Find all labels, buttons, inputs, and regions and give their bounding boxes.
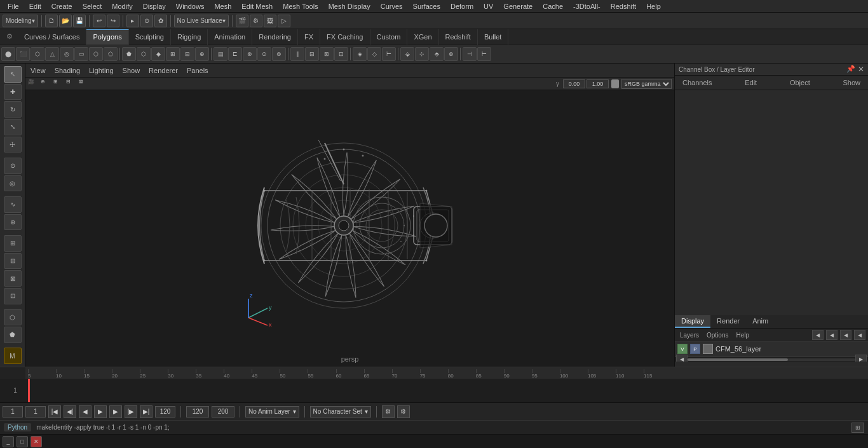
ch-menu-object[interactable]: Object — [786, 78, 814, 88]
cone-btn[interactable]: △ — [45, 47, 59, 61]
open-file-btn[interactable]: 📂 — [59, 15, 72, 27]
layer-color-swatch[interactable] — [703, 344, 713, 354]
snap-to-points-btn[interactable]: ◎ — [4, 175, 22, 192]
vp-menu-show[interactable]: Show — [120, 65, 143, 76]
isolate-select-btn[interactable]: ⬟ — [4, 327, 22, 343]
insert-edgeloop-btn[interactable]: ∥ — [290, 47, 304, 61]
menu-modify[interactable]: Modify — [107, 1, 137, 11]
sphere-btn[interactable]: ⬤ — [1, 47, 15, 61]
rp-scroll-track[interactable] — [688, 358, 855, 361]
cylinder-btn[interactable]: ⬡ — [31, 47, 44, 61]
window-minimize-btn[interactable]: _ — [3, 436, 14, 447]
frame-start-input[interactable] — [25, 406, 46, 417]
separate-btn[interactable]: ⊟ — [180, 47, 194, 61]
lo-options-btn[interactable]: Options — [704, 331, 731, 339]
save-file-btn[interactable]: 💾 — [73, 15, 86, 27]
layer-vis-p-btn[interactable]: P — [690, 344, 700, 354]
menu-meshtools[interactable]: Mesh Tools — [278, 1, 323, 11]
viewport-content[interactable]: y x z — [25, 90, 674, 367]
sculpt-btn[interactable]: ⊹ — [415, 47, 429, 61]
detach-btn[interactable]: ⊡ — [334, 47, 348, 61]
vp-cam-btn[interactable]: 🎥 — [28, 79, 39, 89]
tab-fxcaching[interactable]: FX Caching — [320, 29, 370, 44]
tab-custom[interactable]: Custom — [370, 29, 408, 44]
workspace-dropdown[interactable]: Modeling ▾ — [3, 15, 38, 27]
current-frame-input[interactable] — [3, 406, 23, 417]
menu-meshdisplay[interactable]: Mesh Display — [323, 1, 376, 11]
menu-create[interactable]: Create — [46, 1, 78, 11]
channel-box-pin-btn[interactable]: 📌 — [846, 65, 855, 74]
dra-tab-anim[interactable]: Anim — [746, 315, 775, 328]
tab-polygons[interactable]: Polygons — [86, 29, 128, 44]
python-expand-btn[interactable]: ⊞ — [851, 423, 864, 433]
ch-menu-channels[interactable]: Channels — [679, 78, 715, 88]
layer-clear-btn[interactable]: ◀ — [840, 330, 851, 340]
rotate-tool-btn[interactable]: ↻ — [4, 101, 22, 118]
platonic-btn[interactable]: ⬠ — [104, 47, 118, 61]
vp-menu-panels[interactable]: Panels — [184, 65, 211, 76]
ch-menu-show[interactable]: Show — [839, 78, 864, 88]
live-surface-dropdown[interactable]: No Live Surface ▾ — [174, 15, 229, 27]
maya-logo-btn[interactable]: M — [4, 348, 22, 364]
chamfer-btn[interactable]: ◇ — [367, 47, 381, 61]
goto-end-btn[interactable]: ▶| — [140, 405, 153, 418]
paint-btn[interactable]: ✿ — [154, 15, 167, 27]
timeline-ticks-area[interactable]: 5101520253035404550556065707580859095100… — [25, 367, 674, 379]
layer-vis-v-btn[interactable]: V — [677, 344, 688, 354]
timeline-playhead[interactable] — [28, 379, 30, 402]
connect-btn[interactable]: ⊠ — [320, 47, 334, 61]
dra-tab-render[interactable]: Render — [710, 315, 746, 328]
plane-btn[interactable]: ▭ — [74, 47, 88, 61]
menu-mesh[interactable]: Mesh — [209, 1, 236, 11]
reduce-btn[interactable]: ⬘ — [430, 47, 444, 61]
undo-btn[interactable]: ↩ — [93, 15, 105, 27]
smooth-btn[interactable]: ⬙ — [400, 47, 414, 61]
merge-btn[interactable]: ⊗ — [243, 47, 257, 61]
render-settings-btn[interactable]: ⚙ — [250, 15, 262, 27]
menu-cache[interactable]: Cache — [538, 1, 568, 11]
vp-menu-shading[interactable]: Shading — [52, 65, 83, 76]
layer-refresh-btn[interactable]: ◀ — [854, 330, 865, 340]
dra-tab-display[interactable]: Display — [675, 315, 710, 328]
combine-btn[interactable]: ⊞ — [166, 47, 180, 61]
measure-btn[interactable]: ⊠ — [4, 270, 22, 287]
mirror-btn[interactable]: ⊣ — [463, 47, 477, 61]
tab-bullet[interactable]: Bullet — [478, 29, 509, 44]
frame-end-input[interactable] — [155, 406, 175, 417]
menu-generate[interactable]: Generate — [498, 1, 538, 11]
crease-btn[interactable]: ⊢ — [382, 47, 396, 61]
layer-remove-btn[interactable]: ◀ — [826, 330, 837, 340]
bridge-btn[interactable]: ⊏ — [228, 47, 242, 61]
vp-menu-view[interactable]: View — [28, 65, 48, 76]
timeline-bar[interactable] — [28, 379, 672, 402]
menu-editmesh[interactable]: Edit Mesh — [236, 1, 278, 11]
tab-redshift[interactable]: Redshift — [439, 29, 478, 44]
annotation-btn[interactable]: ⊡ — [4, 288, 22, 304]
redo-btn[interactable]: ↪ — [107, 15, 119, 27]
render-view-btn[interactable]: 🖼 — [264, 15, 276, 27]
menu-3dtoall[interactable]: -3DtoAll- — [568, 1, 606, 11]
menu-curves[interactable]: Curves — [376, 1, 408, 11]
step-back-btn[interactable]: ◀| — [64, 405, 76, 418]
vp-colorspace-select[interactable]: sRGB gamma — [621, 79, 672, 89]
timeline-content[interactable]: 1 — [0, 379, 868, 402]
vp-ortho-btn[interactable]: ⊕ — [41, 79, 52, 89]
window-maximize-btn[interactable]: □ — [17, 436, 28, 447]
soft-select-btn[interactable]: ⊙ — [4, 158, 22, 174]
playback-end-input[interactable] — [212, 406, 234, 417]
show-manip-btn[interactable]: ⊞ — [4, 235, 22, 252]
select-tool-btn[interactable]: ↖ — [4, 66, 22, 83]
xray-btn[interactable]: ⬡ — [4, 309, 22, 325]
tab-rigging[interactable]: Rigging — [171, 29, 208, 44]
vp-frame-btn[interactable]: ⊞ — [53, 79, 65, 89]
torus-btn[interactable]: ◎ — [60, 47, 74, 61]
prev-frame-btn[interactable]: ◀ — [79, 405, 92, 418]
retopo-btn[interactable]: ⊛ — [444, 47, 458, 61]
select-tool-btn[interactable]: ▸ — [126, 15, 139, 27]
rp-scrollbar[interactable]: ◀ ▶ — [675, 356, 868, 362]
next-frame-btn[interactable]: ▶ — [109, 405, 122, 418]
face-btn[interactable]: ⬟ — [122, 47, 136, 61]
lo-help-btn[interactable]: Help — [733, 331, 752, 339]
vp-gamma-input2[interactable] — [587, 79, 609, 88]
vp-menu-renderer[interactable]: Renderer — [146, 65, 180, 76]
